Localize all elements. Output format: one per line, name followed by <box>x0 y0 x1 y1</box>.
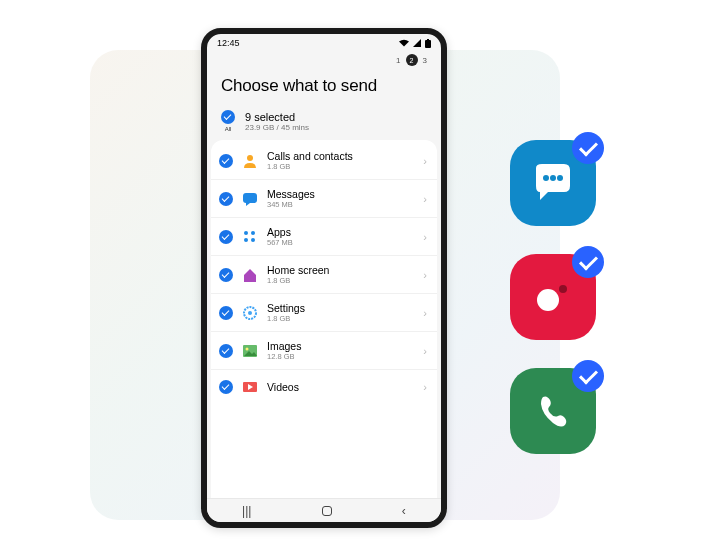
list-item[interactable]: Videos › <box>211 370 437 404</box>
item-title: Calls and contacts <box>267 150 415 162</box>
list-item[interactable]: Apps 567 MB › <box>211 218 437 256</box>
item-sub: 1.8 GB <box>267 276 415 285</box>
svg-point-14 <box>550 175 556 181</box>
svg-point-17 <box>559 285 567 293</box>
item-title: Settings <box>267 302 415 314</box>
status-time: 12:45 <box>217 38 240 48</box>
svg-point-2 <box>247 155 253 161</box>
selected-count: 9 selected <box>245 111 309 123</box>
side-app-icons <box>510 140 596 454</box>
messages-app-icon <box>510 140 596 226</box>
phone-frame: 12:45 1 2 3 Choose what to send All 9 se… <box>201 28 447 528</box>
pager-step-1: 1 <box>396 56 400 65</box>
list-item[interactable]: Home screen 1.8 GB › <box>211 256 437 294</box>
svg-point-7 <box>251 238 255 242</box>
pager-step-2-current: 2 <box>406 54 418 66</box>
category-list: Calls and contacts 1.8 GB › Messages 345… <box>211 140 437 498</box>
chevron-right-icon: › <box>423 231 427 243</box>
selected-summary: 23.9 GB / 45 mins <box>245 123 309 132</box>
item-title: Videos <box>267 381 415 393</box>
page-title: Choose what to send <box>221 76 427 96</box>
status-bar: 12:45 <box>207 34 441 52</box>
list-item[interactable]: Calls and contacts 1.8 GB › <box>211 142 437 180</box>
svg-point-6 <box>244 238 248 242</box>
select-all-label: All <box>225 126 232 132</box>
item-checkbox[interactable] <box>219 306 233 320</box>
item-title: Apps <box>267 226 415 238</box>
nav-recents-icon[interactable]: ||| <box>242 504 251 518</box>
signal-icon <box>413 39 421 47</box>
check-badge-icon <box>572 246 604 278</box>
list-item[interactable]: Messages 345 MB › <box>211 180 437 218</box>
item-checkbox[interactable] <box>219 154 233 168</box>
step-pager: 1 2 3 <box>207 52 441 68</box>
check-badge-icon <box>572 132 604 164</box>
select-all-row[interactable]: All 9 selected 23.9 GB / 45 mins <box>207 108 441 140</box>
svg-point-5 <box>251 231 255 235</box>
contacts-icon <box>241 152 259 170</box>
pager-step-3: 3 <box>423 56 427 65</box>
home-icon <box>241 266 259 284</box>
item-checkbox[interactable] <box>219 230 233 244</box>
check-badge-icon <box>572 360 604 392</box>
item-sub: 567 MB <box>267 238 415 247</box>
list-item[interactable]: Settings 1.8 GB › <box>211 294 437 332</box>
list-item[interactable]: Images 12.8 GB › <box>211 332 437 370</box>
svg-point-15 <box>557 175 563 181</box>
settings-icon <box>241 304 259 322</box>
chevron-right-icon: › <box>423 345 427 357</box>
chevron-right-icon: › <box>423 307 427 319</box>
item-checkbox[interactable] <box>219 344 233 358</box>
chevron-right-icon: › <box>423 269 427 281</box>
svg-point-13 <box>543 175 549 181</box>
wifi-icon <box>399 39 409 47</box>
messages-icon <box>241 190 259 208</box>
apps-icon <box>241 228 259 246</box>
item-sub: 12.8 GB <box>267 352 415 361</box>
camera-app-icon <box>510 254 596 340</box>
nav-back-icon[interactable]: ‹ <box>402 504 406 518</box>
item-checkbox[interactable] <box>219 268 233 282</box>
svg-rect-0 <box>425 40 431 48</box>
battery-icon <box>425 39 431 48</box>
item-title: Home screen <box>267 264 415 276</box>
item-checkbox[interactable] <box>219 380 233 394</box>
nav-home-icon[interactable] <box>322 506 332 516</box>
chevron-right-icon: › <box>423 155 427 167</box>
item-title: Images <box>267 340 415 352</box>
chevron-right-icon: › <box>423 381 427 393</box>
phone-app-icon <box>510 368 596 454</box>
select-all-checkbox[interactable] <box>221 110 235 124</box>
svg-point-16 <box>537 289 559 311</box>
item-sub: 345 MB <box>267 200 415 209</box>
images-icon <box>241 342 259 360</box>
svg-point-11 <box>246 347 249 350</box>
item-title: Messages <box>267 188 415 200</box>
videos-icon <box>241 378 259 396</box>
item-sub: 1.8 GB <box>267 314 415 323</box>
nav-bar: ||| ‹ <box>207 498 441 522</box>
svg-point-4 <box>244 231 248 235</box>
item-checkbox[interactable] <box>219 192 233 206</box>
svg-rect-3 <box>243 193 257 203</box>
svg-point-9 <box>248 311 252 315</box>
status-indicators <box>399 39 431 48</box>
page-header: Choose what to send <box>207 68 441 108</box>
item-sub: 1.8 GB <box>267 162 415 171</box>
svg-rect-1 <box>427 39 429 41</box>
chevron-right-icon: › <box>423 193 427 205</box>
